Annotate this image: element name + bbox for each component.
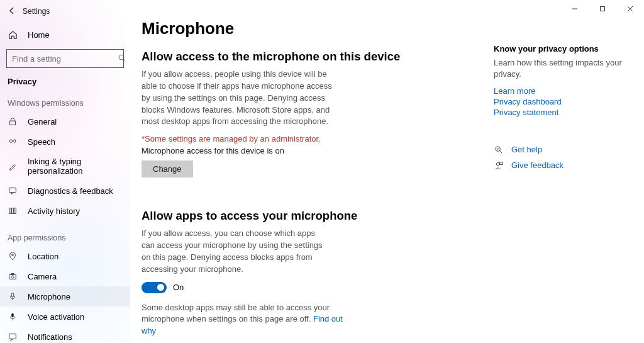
svg-rect-6 [10,121,16,125]
close-button[interactable] [616,0,644,18]
svg-rect-11 [14,208,16,214]
sidebar-item-label: Voice activation [28,312,84,322]
sidebar-item-label: Notifications [28,332,72,342]
section-allow-apps: Allow apps to access your microphone If … [142,209,494,343]
get-help-link[interactable]: Get help [511,145,542,154]
section-heading: Allow access to the microphone on this d… [142,50,494,64]
sidebar-item-label: Diagnostics & feedback [28,186,113,196]
section-desc: If you allow access, you can choose whic… [142,228,330,275]
svg-rect-23 [499,162,502,165]
change-button[interactable]: Change [142,160,193,177]
desktop-apps-note: Some desktop apps may still be able to a… [142,302,343,338]
search-box[interactable] [6,49,124,68]
svg-rect-16 [11,293,14,297]
maximize-button[interactable] [589,0,616,18]
svg-rect-9 [9,208,11,214]
svg-point-7 [9,140,12,142]
camera-icon [8,271,18,281]
svg-rect-1 [601,7,605,11]
give-feedback-row[interactable]: Give feedback [494,160,632,171]
main-content: Microphone Allow access to the microphon… [142,19,494,343]
sidebar-item-label: Location [28,252,58,261]
get-help-row[interactable]: ? Get help [494,145,632,155]
svg-point-14 [11,276,14,278]
sidebar-item-speech[interactable]: Speech [0,132,130,152]
minimize-button[interactable] [561,0,589,18]
sidebar: Settings Home Privacy Windows permission… [0,0,130,343]
sidebar-group-windows: Windows permissions [0,94,130,111]
allow-apps-toggle[interactable]: On [142,282,494,293]
svg-rect-17 [11,313,14,317]
right-heading: Know your privacy options [494,44,632,53]
svg-rect-18 [9,334,16,339]
sidebar-item-voice[interactable]: Voice activation [0,306,130,327]
section-device-access: Allow access to the microphone on this d… [142,50,494,196]
sidebar-item-inking[interactable]: Inking & typing personalization [0,152,130,181]
sidebar-home-label: Home [28,30,50,40]
svg-point-12 [12,254,14,256]
sidebar-item-label: Camera [28,272,57,281]
history-icon [8,206,18,216]
speech-icon [8,137,18,147]
right-column: Know your privacy options Learn how this… [494,19,632,343]
app-title: Settings [23,7,50,16]
sidebar-item-label: Speech [28,137,55,147]
feedback-icon [8,186,18,196]
voice-icon [8,312,18,322]
right-desc: Learn how this setting impacts your priv… [494,57,632,80]
search-icon [118,53,126,64]
svg-rect-15 [11,274,14,275]
sidebar-item-microphone[interactable]: Microphone [0,286,130,306]
help-icon: ? [494,145,504,155]
learn-more-link[interactable]: Learn more [494,86,632,96]
sidebar-category: Privacy [0,73,130,86]
sidebar-item-activity[interactable]: Activity history [0,201,130,221]
pen-icon [8,161,18,171]
location-icon [8,251,18,261]
device-access-status: Microphone access for this device is on [142,146,494,155]
home-icon [8,30,18,40]
privacy-statement-link[interactable]: Privacy statement [494,108,632,117]
sidebar-item-diagnostics[interactable]: Diagnostics & feedback [0,181,130,201]
sidebar-item-location[interactable]: Location [0,246,130,266]
svg-point-22 [496,163,499,166]
give-feedback-link[interactable]: Give feedback [511,160,564,170]
sidebar-home[interactable]: Home [0,24,130,45]
svg-rect-10 [12,208,14,214]
toggle-label: On [173,283,184,292]
sidebar-item-label: Activity history [28,206,80,216]
sidebar-item-notifications[interactable]: Notifications [0,327,130,343]
back-button[interactable] [8,6,23,17]
sidebar-item-camera[interactable]: Camera [0,266,130,286]
window-controls [561,0,644,18]
admin-note: *Some settings are managed by an adminis… [142,134,494,143]
notifications-icon [8,332,18,342]
section-desc: If you allow access, people using this d… [142,69,343,128]
svg-point-4 [119,55,124,60]
svg-rect-8 [9,188,16,193]
search-input[interactable] [12,54,118,64]
sidebar-item-label: Inking & typing personalization [28,157,123,176]
section-heading: Allow apps to access your microphone [142,209,494,223]
sidebar-group-app: App permissions [0,228,130,246]
sidebar-item-label: General [28,117,57,127]
feedback-person-icon [494,161,504,171]
microphone-icon [8,291,18,301]
lock-icon [8,116,18,127]
svg-text:?: ? [496,147,498,151]
privacy-dashboard-link[interactable]: Privacy dashboard [494,97,632,106]
page-title: Microphone [142,19,494,38]
svg-line-5 [124,59,126,61]
sidebar-item-label: Microphone [28,292,70,301]
toggle-track-on [142,282,167,293]
sidebar-item-general[interactable]: General [0,111,130,132]
